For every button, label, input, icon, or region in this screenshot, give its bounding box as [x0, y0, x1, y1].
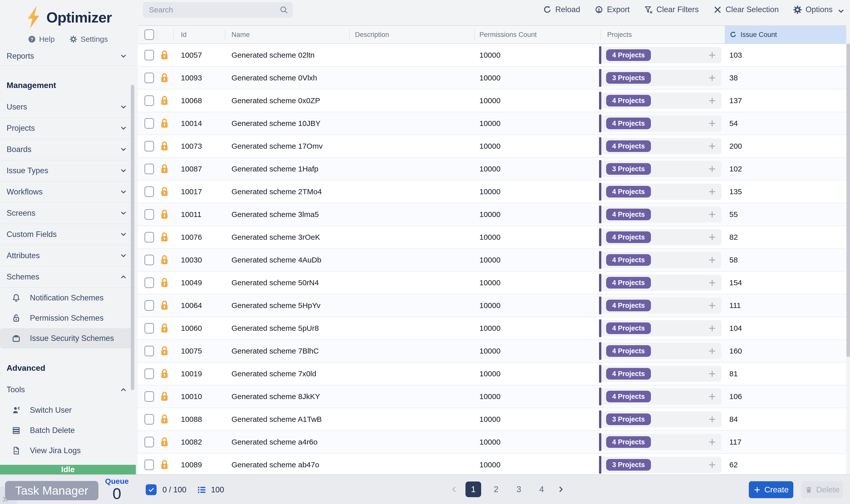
sidebar-item-view-jira-logs[interactable]: View Jira Logs	[0, 440, 136, 461]
row-select-cell	[138, 141, 157, 151]
table-row: 10068Generated scheme 0x0ZP100004 Projec…	[138, 90, 846, 112]
row-checkbox[interactable]	[144, 255, 154, 265]
column-header-id[interactable]: Id	[173, 26, 225, 43]
clear-selection-button[interactable]: Clear Selection	[713, 5, 779, 14]
row-checkbox[interactable]	[144, 323, 154, 334]
sidebar-item-batch-delete[interactable]: Batch Delete	[0, 420, 136, 440]
row-issue-count: 103	[725, 51, 846, 59]
sidebar-item-notification-schemes[interactable]: Notification Schemes	[0, 288, 136, 308]
sidebar-item-tools[interactable]: Tools	[0, 379, 136, 400]
sidebar-item-permission-schemes[interactable]: Permission Schemes	[0, 308, 136, 328]
row-checkbox[interactable]	[144, 118, 154, 129]
row-name: Generated scheme 3lma5	[225, 210, 349, 219]
table-scrollbar[interactable]	[847, 43, 850, 357]
row-checkbox[interactable]	[144, 209, 154, 220]
reload-button[interactable]: Reload	[543, 5, 580, 14]
sidebar-item-label: View Jira Logs	[30, 446, 81, 455]
row-checkbox[interactable]	[144, 460, 154, 470]
projects-badge[interactable]: 4 Projects	[606, 95, 651, 106]
select-all-checkbox[interactable]	[144, 29, 154, 40]
sidebar-item-workflows[interactable]: Workflows	[0, 182, 136, 203]
column-header-projects[interactable]: Projects	[601, 26, 725, 43]
clear-filters-button[interactable]: Clear Filters	[644, 5, 699, 14]
search-input[interactable]	[143, 2, 293, 18]
projects-badge[interactable]: 4 Projects	[606, 231, 651, 243]
chevron-down-icon	[120, 124, 127, 132]
projects-badge[interactable]: 3 Projects	[606, 413, 651, 425]
row-checkbox[interactable]	[144, 95, 154, 106]
projects-badge[interactable]: 4 Projects	[606, 277, 651, 289]
row-checkbox[interactable]	[144, 50, 154, 60]
sidebar-item-switch-user[interactable]: Switch User	[0, 400, 136, 420]
row-select-cell	[138, 391, 157, 402]
projects-badge[interactable]: 4 Projects	[606, 49, 651, 61]
delete-button[interactable]: Delete	[801, 481, 843, 498]
options-button[interactable]: Options	[793, 5, 843, 14]
projects-badge[interactable]: 4 Projects	[606, 209, 651, 220]
sidebar-item-schemes[interactable]: Schemes	[0, 267, 136, 288]
sidebar-item-attributes[interactable]: Attributes	[0, 245, 136, 267]
sidebar-item-issue-security-schemes[interactable]: Issue Security Schemes	[0, 328, 134, 348]
column-header-permissions-count[interactable]: Permissions Count	[474, 26, 601, 43]
row-select-cell	[138, 414, 157, 425]
projects-badge[interactable]: 3 Projects	[606, 72, 651, 84]
projects-badge[interactable]: 4 Projects	[606, 254, 651, 266]
row-checkbox[interactable]	[144, 414, 154, 425]
sidebar-item-graphql-explorer[interactable]: GraphQL Explorer	[0, 461, 136, 465]
projects-badge[interactable]: 4 Projects	[606, 118, 651, 129]
row-checkbox[interactable]	[144, 164, 154, 174]
projects-badge[interactable]: 3 Projects	[606, 459, 651, 471]
row-checkbox[interactable]	[144, 346, 154, 356]
projects-badge[interactable]: 4 Projects	[606, 322, 651, 334]
projects-badge[interactable]: 4 Projects	[606, 140, 651, 152]
column-header-description[interactable]: Description	[349, 26, 474, 43]
row-checkbox[interactable]	[144, 368, 154, 379]
projects-badge[interactable]: 4 Projects	[606, 186, 651, 198]
row-checkbox[interactable]	[144, 186, 154, 197]
pagination-next-button[interactable]	[556, 485, 565, 493]
projects-badge[interactable]: 3 Projects	[606, 163, 651, 175]
sidebar-item-screens[interactable]: Screens	[0, 203, 136, 224]
plus-icon	[708, 461, 716, 469]
export-button[interactable]: Export	[594, 5, 630, 14]
pagination-page-1[interactable]: 1	[465, 482, 481, 497]
selection-checkbox[interactable]	[146, 484, 157, 495]
sidebar-item-custom-fields[interactable]: Custom Fields	[0, 224, 136, 245]
projects-box: 4 Projects	[599, 275, 722, 291]
projects-badge[interactable]: 4 Projects	[606, 436, 651, 448]
projects-badge[interactable]: 4 Projects	[606, 345, 651, 357]
help-button[interactable]: ? Help	[28, 35, 55, 43]
row-checkbox[interactable]	[144, 277, 154, 288]
pagination-page-4[interactable]: 4	[534, 482, 549, 497]
task-manager-button[interactable]: Task Manager	[5, 481, 99, 500]
chevron-down-icon	[120, 167, 127, 175]
pagination-page-2[interactable]: 2	[488, 482, 504, 497]
row-id: 10057	[173, 51, 225, 59]
row-permissions-count: 10000	[474, 51, 601, 59]
sidebar-item-projects[interactable]: Projects	[0, 118, 136, 139]
sidebar-item-reports[interactable]: Reports	[0, 47, 136, 66]
column-header-issue-count[interactable]: Issue Count	[725, 26, 846, 43]
projects-badge[interactable]: 4 Projects	[606, 391, 651, 402]
settings-button[interactable]: Settings	[69, 35, 108, 43]
projects-badge[interactable]: 4 Projects	[606, 300, 651, 311]
sidebar-scrollbar[interactable]	[131, 85, 134, 390]
row-checkbox[interactable]	[144, 391, 154, 402]
row-checkbox[interactable]	[144, 141, 154, 151]
page-size-icon[interactable]	[197, 485, 207, 494]
pagination-page-3[interactable]: 3	[511, 482, 527, 497]
row-permissions-count: 10000	[474, 301, 601, 310]
projects-box: 3 Projects	[599, 411, 722, 427]
create-button[interactable]: Create	[749, 481, 793, 498]
row-checkbox[interactable]	[144, 232, 154, 242]
projects-badge[interactable]: 4 Projects	[606, 368, 651, 380]
sidebar-item-boards[interactable]: Boards	[0, 139, 136, 160]
row-lock-cell	[157, 368, 173, 379]
sidebar-item-issue-types[interactable]: Issue Types	[0, 160, 136, 182]
row-checkbox[interactable]	[144, 437, 154, 447]
row-checkbox[interactable]	[144, 300, 154, 311]
column-header-name[interactable]: Name	[225, 26, 349, 43]
sidebar-item-users[interactable]: Users	[0, 96, 136, 118]
pagination-prev-button[interactable]	[450, 485, 458, 493]
row-checkbox[interactable]	[144, 73, 154, 83]
